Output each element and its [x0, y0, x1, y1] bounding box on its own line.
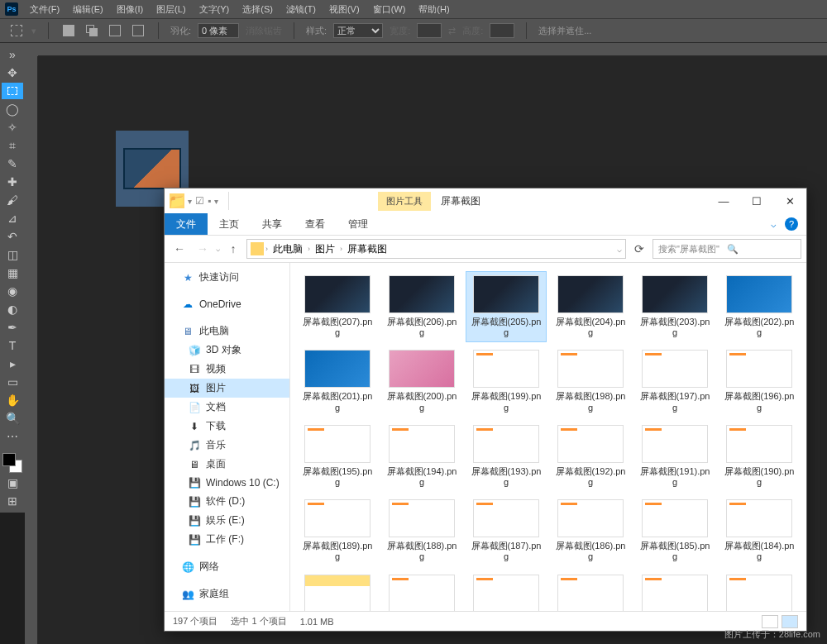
- ruler-horizontal[interactable]: [38, 43, 827, 56]
- marquee-tool-icon[interactable]: [8, 22, 25, 39]
- nav-music[interactable]: 🎵音乐: [165, 436, 289, 455]
- quick-mask-icon[interactable]: ▣: [2, 475, 23, 491]
- close-button[interactable]: ✕: [773, 188, 806, 213]
- nav-documents[interactable]: 📄文档: [165, 398, 289, 417]
- breadcrumb-screenshots[interactable]: 屏幕截图: [344, 242, 390, 256]
- lasso-tool[interactable]: ◯: [2, 101, 23, 117]
- brush-tool[interactable]: 🖌: [2, 192, 23, 208]
- address-bar[interactable]: › 此电脑 › 图片 › 屏幕截图 ⌵: [246, 239, 626, 259]
- menu-edit[interactable]: 编辑(E): [66, 3, 110, 16]
- file-item[interactable]: 屏幕截图(205).png: [466, 271, 547, 342]
- nav-onedrive[interactable]: ☁OneDrive: [165, 295, 289, 313]
- nav-network[interactable]: 🌐网络: [165, 557, 289, 576]
- nav-pictures[interactable]: 🖼图片: [165, 379, 289, 398]
- sel-add-icon[interactable]: [84, 22, 100, 39]
- style-select[interactable]: 正常: [333, 23, 383, 38]
- crop-tool[interactable]: ⌗: [2, 137, 23, 154]
- type-tool[interactable]: T: [2, 337, 23, 354]
- file-item[interactable]: [297, 570, 378, 612]
- menu-window[interactable]: 窗口(W): [366, 3, 413, 16]
- expand-ribbon-icon[interactable]: ⌵: [771, 219, 777, 230]
- file-item[interactable]: 屏幕截图(189).png: [297, 495, 378, 566]
- menu-select[interactable]: 选择(S): [236, 3, 280, 16]
- menu-help[interactable]: 帮助(H): [412, 3, 456, 16]
- menu-image[interactable]: 图像(I): [110, 3, 150, 16]
- file-item[interactable]: 屏幕截图(185).png: [634, 495, 715, 566]
- refresh-button[interactable]: ⟳: [629, 239, 649, 259]
- nav-drive-f[interactable]: 💾工作 (F:): [165, 530, 289, 549]
- file-item[interactable]: [466, 570, 547, 612]
- path-select-tool[interactable]: ▸: [2, 355, 23, 372]
- nav-videos[interactable]: 🎞视频: [165, 360, 289, 379]
- file-item[interactable]: 屏幕截图(202).png: [719, 271, 800, 342]
- select-mask-button[interactable]: 选择并遮住...: [538, 25, 591, 37]
- move-tool[interactable]: ✥: [2, 64, 23, 81]
- file-item[interactable]: 屏幕截图(206).png: [381, 271, 462, 342]
- file-item[interactable]: 屏幕截图(207).png: [297, 271, 378, 342]
- navigation-pane[interactable]: ★快速访问 ☁OneDrive 🖥此电脑 🧊3D 对象 🎞视频 🖼图片 📄文档 …: [165, 263, 290, 611]
- file-item[interactable]: 屏幕截图(199).png: [466, 346, 547, 417]
- sel-intersect-icon[interactable]: [130, 22, 146, 39]
- hand-tool[interactable]: ✋: [2, 392, 23, 408]
- handles-icon[interactable]: »: [2, 46, 23, 63]
- nav-drive-d[interactable]: 💾软件 (D:): [165, 492, 289, 511]
- file-item[interactable]: 屏幕截图(195).png: [297, 421, 378, 492]
- menu-file[interactable]: 文件(F): [23, 3, 66, 16]
- file-item[interactable]: 屏幕截图(187).png: [466, 495, 547, 566]
- edit-toolbar[interactable]: ⋯: [2, 428, 23, 445]
- view-details-button[interactable]: [762, 615, 778, 628]
- up-button[interactable]: ↑: [223, 239, 243, 259]
- tab-share[interactable]: 共享: [251, 213, 294, 236]
- explorer-titlebar[interactable]: 📁 ▾ ☑ ▪ ▾ 图片工具 屏幕截图 — ☐ ✕: [165, 188, 806, 213]
- nav-downloads[interactable]: ⬇下载: [165, 417, 289, 436]
- file-item[interactable]: 屏幕截图(188).png: [381, 495, 462, 566]
- file-item[interactable]: 屏幕截图(198).png: [550, 346, 631, 417]
- view-icons-button[interactable]: [782, 615, 798, 628]
- menu-type[interactable]: 文字(Y): [193, 3, 237, 16]
- back-button[interactable]: ←: [170, 239, 189, 259]
- dodge-tool[interactable]: ◐: [2, 301, 23, 317]
- file-item[interactable]: 屏幕截图(184).png: [719, 495, 800, 566]
- nav-drive-e[interactable]: 💾娱乐 (E:): [165, 511, 289, 530]
- nav-this-pc[interactable]: 🖥此电脑: [165, 322, 289, 341]
- search-input[interactable]: 搜索"屏幕截图" 🔍: [653, 239, 801, 259]
- history-brush-tool[interactable]: ↶: [2, 228, 23, 245]
- healing-tool[interactable]: ✚: [2, 174, 23, 190]
- menu-layer[interactable]: 图层(L): [150, 3, 192, 16]
- nav-drive-c[interactable]: 💾Windows 10 (C:): [165, 474, 289, 492]
- blur-tool[interactable]: ◉: [2, 283, 23, 299]
- nav-homegroup[interactable]: 👥家庭组: [165, 584, 289, 603]
- file-item[interactable]: [381, 570, 462, 612]
- file-item[interactable]: 屏幕截图(197).png: [634, 346, 715, 417]
- color-swatches[interactable]: [2, 453, 22, 473]
- zoom-tool[interactable]: 🔍: [2, 410, 23, 427]
- file-item[interactable]: 屏幕截图(190).png: [719, 421, 800, 492]
- file-item[interactable]: 屏幕截图(194).png: [381, 421, 462, 492]
- file-item[interactable]: [634, 570, 715, 612]
- screen-mode-icon[interactable]: ⊞: [2, 493, 23, 509]
- fg-color[interactable]: [2, 453, 16, 466]
- sel-sub-icon[interactable]: [107, 22, 123, 39]
- file-item[interactable]: [550, 570, 631, 612]
- breadcrumb-pc[interactable]: 此电脑: [270, 242, 306, 256]
- ruler-vertical[interactable]: [25, 56, 38, 644]
- tab-view[interactable]: 查看: [294, 213, 337, 236]
- marquee-tool[interactable]: [2, 83, 23, 99]
- file-item[interactable]: 屏幕截图(192).png: [550, 421, 631, 492]
- file-item[interactable]: 屏幕截图(200).png: [381, 346, 462, 417]
- file-item[interactable]: 屏幕截图(201).png: [297, 346, 378, 417]
- eyedropper-tool[interactable]: ✎: [2, 155, 23, 172]
- nav-desktop[interactable]: 🖥桌面: [165, 455, 289, 474]
- sel-new-icon[interactable]: [60, 22, 77, 39]
- menu-filter[interactable]: 滤镜(T): [280, 3, 323, 16]
- tab-file[interactable]: 文件: [165, 213, 208, 236]
- nav-3d-objects[interactable]: 🧊3D 对象: [165, 341, 289, 360]
- nav-quick-access[interactable]: ★快速访问: [165, 268, 289, 287]
- gradient-tool[interactable]: ▦: [2, 265, 23, 281]
- file-item[interactable]: 屏幕截图(204).png: [550, 271, 631, 342]
- eraser-tool[interactable]: ◫: [2, 246, 23, 263]
- file-item[interactable]: 屏幕截图(186).png: [550, 495, 631, 566]
- help-icon[interactable]: ?: [785, 217, 798, 231]
- folder-icon[interactable]: 📁: [170, 193, 184, 208]
- file-item[interactable]: 屏幕截图(196).png: [719, 346, 800, 417]
